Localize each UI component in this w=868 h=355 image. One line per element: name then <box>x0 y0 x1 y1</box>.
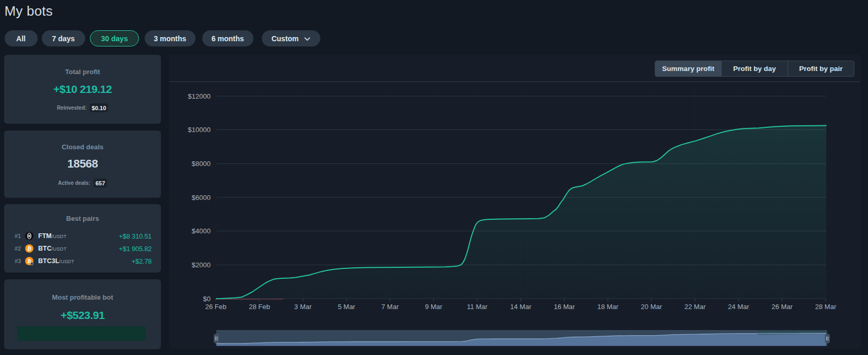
svg-text:$6000: $6000 <box>192 194 211 202</box>
svg-text:5 Mar: 5 Mar <box>338 303 355 311</box>
svg-text:9 Mar: 9 Mar <box>425 303 443 311</box>
svg-text:22 Mar: 22 Mar <box>685 303 706 311</box>
svg-text:28 Feb: 28 Feb <box>249 303 270 311</box>
svg-text:3 Mar: 3 Mar <box>294 303 312 311</box>
svg-text:$12000: $12000 <box>188 92 211 100</box>
svg-text:20 Mar: 20 Mar <box>641 303 662 311</box>
svg-text:7 Mar: 7 Mar <box>381 303 399 311</box>
svg-text:$4000: $4000 <box>192 227 211 235</box>
svg-text:11 Mar: 11 Mar <box>467 303 488 311</box>
svg-text:26 Mar: 26 Mar <box>771 303 793 311</box>
svg-text:$0: $0 <box>203 295 211 303</box>
svg-text:16 Mar: 16 Mar <box>554 303 575 311</box>
svg-text:18 Mar: 18 Mar <box>597 303 619 311</box>
svg-text:28 Mar: 28 Mar <box>815 303 837 311</box>
svg-text:14 Mar: 14 Mar <box>510 303 531 311</box>
svg-text:26 Feb: 26 Feb <box>205 303 226 311</box>
svg-text:$10000: $10000 <box>188 126 211 134</box>
svg-text:$2000: $2000 <box>192 261 211 269</box>
svg-text:$8000: $8000 <box>192 160 211 168</box>
svg-text:24 Mar: 24 Mar <box>728 303 749 311</box>
